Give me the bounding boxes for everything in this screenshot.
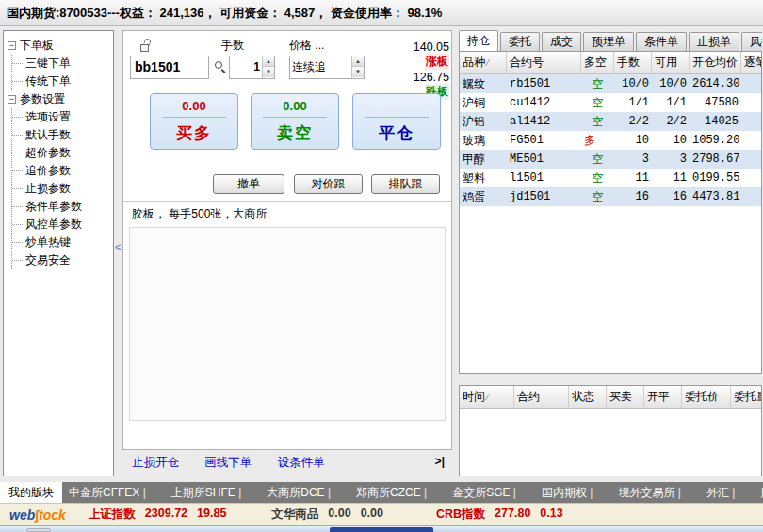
buy-long-label: 买多 (151, 122, 237, 144)
tab-preset-orders[interactable]: 预埋单 (583, 32, 634, 51)
col-avg-open-price[interactable]: 开仓均价 (690, 52, 741, 73)
positions-panel: 持仓 委托 成交 预埋单 条件单 止损单 风控单 品种∕ 合约号 多空 手数 可… (459, 30, 762, 374)
orders-panel: 时间∕ 合约 状态 买卖 开平 委托价 委托量 (459, 385, 762, 476)
buy-long-button[interactable]: 0.00 买多 (150, 93, 238, 150)
market-item-stocks[interactable]: 股市 | (754, 482, 763, 503)
position-row[interactable]: 沪铜 cu1412 空 1/1 1/1 47580 (460, 93, 761, 112)
tree-node-param-settings[interactable]: − 参数设置 (8, 90, 111, 108)
tree-item-scalping-hotkeys[interactable]: 炒单热键 (12, 234, 111, 251)
follow-counter-price-button[interactable]: 对价跟 (294, 174, 363, 194)
market-item-czce[interactable]: 郑商所CZCE | (349, 482, 446, 503)
quantity-stepper[interactable]: 1 ▲ ▼ (229, 56, 275, 79)
sidebar-tree: − 下单板 三键下单 传统下单 − 参数设置 选项设置 默认手数 超价参数 追价… (3, 30, 114, 476)
tree-item-default-lots[interactable]: 默认手数 (12, 126, 111, 144)
taskbar-sliver (0, 525, 763, 532)
close-position-button[interactable]: 平仓 (352, 93, 441, 150)
col-side[interactable]: 多空 (581, 52, 614, 73)
tree-node-order-board[interactable]: − 下单板 (8, 37, 111, 55)
quantity-spinner: ▲ ▼ (262, 56, 274, 78)
expand-panel-icon[interactable]: >| (435, 452, 445, 473)
market-section-bar: 我的版块 中金所CFFEX | 上期所SHFE | 大商所DCE | 郑商所CZ… (0, 482, 763, 503)
market-item-overseas-exchanges[interactable]: 境外交易所 | (611, 482, 699, 503)
tree-item-trade-security[interactable]: 交易安全 (12, 251, 111, 269)
tree-item-risk-order-params[interactable]: 风控单参数 (12, 216, 111, 234)
price-label: 价格 ... (289, 38, 324, 54)
position-row[interactable]: 沪铝 al1412 空 2/2 2/2 14025 (460, 112, 761, 131)
col-buy-sell[interactable]: 买卖 (607, 386, 644, 408)
col-open-close[interactable]: 开平 (644, 386, 682, 408)
divider (123, 201, 451, 202)
spin-up-icon[interactable]: ▲ (263, 56, 274, 67)
position-row[interactable]: 塑料 l1501 空 11 11 0199.55 (460, 169, 761, 187)
follow-queue-button[interactable]: 排队跟 (371, 174, 440, 194)
stop-loss-open-link[interactable]: 止损开仓 (132, 452, 179, 473)
tree-item-condition-order-params[interactable]: 条件单参数 (12, 198, 111, 216)
spin-up-icon[interactable]: ▲ (352, 56, 364, 67)
collapse-minus-icon[interactable]: − (8, 95, 16, 104)
order-entry-panel: 手数 价格 ... bb1501 1 ▲ ▼ 连续追 ▲ ▼ (122, 30, 452, 450)
tab-stop-orders[interactable]: 止损单 (689, 32, 739, 51)
market-item-cffex[interactable]: 中金所CFFEX | (62, 482, 165, 503)
quantity-value[interactable]: 1 (232, 56, 260, 78)
col-available[interactable]: 可用 (652, 52, 690, 73)
spin-down-icon[interactable]: ▼ (352, 67, 364, 77)
tree-node-label: 参数设置 (20, 91, 65, 107)
market-item-domestic-options[interactable]: 国内期权 | (535, 482, 611, 503)
tree-item-stop-loss-params[interactable]: 止损参数 (12, 180, 111, 198)
position-row[interactable]: 玻璃 FG501 多 10 10 1059.20 (460, 131, 761, 150)
tree-group-order-board: − 下单板 三键下单 传统下单 (8, 37, 111, 90)
tree-item-three-key-order[interactable]: 三键下单 (12, 55, 111, 73)
crb-index: CRB指数 277.80 0.13 (436, 507, 563, 523)
index-name: CRB指数 (436, 507, 485, 523)
col-product[interactable]: 品种∕ (460, 52, 507, 73)
tab-risk-orders[interactable]: 风控单 (741, 32, 762, 51)
side-indicator: 空 (593, 115, 604, 128)
col-contract[interactable]: 合约号 (507, 52, 581, 73)
sidebar-collapse-handle[interactable]: < (115, 239, 122, 254)
draw-line-order-link[interactable]: 画线下单 (204, 452, 252, 473)
spin-down-icon[interactable]: ▼ (263, 67, 274, 77)
sell-price-value: 0.00 (252, 94, 338, 117)
col-order-price[interactable]: 委托价 (682, 386, 731, 408)
taskbar-start-fragment[interactable] (26, 528, 51, 532)
col-lots[interactable]: 手数 (614, 52, 652, 73)
collapse-minus-icon[interactable]: − (8, 41, 16, 50)
set-condition-order-link[interactable]: 设条件单 (278, 452, 325, 473)
position-row[interactable]: 螺纹 rb1501 空 10/0 10/0 2614.30 (460, 74, 761, 93)
position-row[interactable]: 鸡蛋 jd1501 空 16 16 4473.81 (460, 187, 761, 206)
tab-fills[interactable]: 成交 (542, 32, 581, 51)
tab-positions[interactable]: 持仓 (459, 30, 498, 51)
order-links-row: 止损开仓 画线下单 设条件单 >| (122, 452, 454, 475)
tab-condition-orders[interactable]: 条件单 (636, 32, 687, 51)
tree-children: 选项设置 默认手数 超价参数 追价参数 止损参数 条件单参数 风控单参数 炒单热… (11, 108, 111, 269)
tree-item-chase-price-params[interactable]: 追价参数 (12, 162, 111, 180)
position-row[interactable]: 甲醇 ME501 空 3 3 2798.67 (460, 150, 761, 169)
col-tick-pnl[interactable]: 逐笔 (741, 52, 761, 73)
unlock-icon[interactable] (140, 44, 152, 53)
side-indicator: 空 (593, 96, 604, 109)
side-indicator: 空 (593, 77, 604, 90)
cancel-order-button[interactable]: 撤单 (213, 174, 284, 194)
tree-item-option-settings[interactable]: 选项设置 (12, 108, 111, 126)
col-order-qty[interactable]: 委托量 (731, 386, 761, 408)
tree-group-param-settings: − 参数设置 选项设置 默认手数 超价参数 追价参数 止损参数 条件单参数 风控… (8, 90, 111, 269)
sort-icon: ∕ (487, 57, 489, 68)
col-time[interactable]: 时间∕ (460, 386, 514, 408)
account-summary-text: 国内期货:8700533---权益： 241,136， 可用资金： 4,587，… (7, 6, 442, 20)
price-mode-value[interactable]: 连续追 (292, 56, 349, 78)
price-mode-select[interactable]: 连续追 ▲ ▼ (289, 56, 365, 79)
tab-working-orders[interactable]: 委托 (500, 32, 540, 51)
market-item-shfe[interactable]: 上期所SHFE | (165, 482, 260, 503)
market-item-forex[interactable]: 外汇 | (700, 482, 754, 503)
market-item-dce[interactable]: 大商所DCE | (260, 482, 349, 503)
tree-item-traditional-order[interactable]: 传统下单 (12, 73, 111, 90)
contract-input[interactable]: bb1501 (130, 56, 209, 79)
sell-short-button[interactable]: 0.00 卖空 (251, 93, 339, 150)
search-icon[interactable] (215, 61, 227, 73)
taskbar-active-window-button[interactable] (330, 527, 433, 532)
market-item-sge[interactable]: 金交所SGE | (446, 482, 535, 503)
col-contract[interactable]: 合约 (514, 386, 569, 408)
market-item-my-boards[interactable]: 我的版块 (0, 482, 62, 503)
col-status[interactable]: 状态 (569, 386, 607, 408)
tree-item-over-price-params[interactable]: 超价参数 (12, 144, 111, 162)
